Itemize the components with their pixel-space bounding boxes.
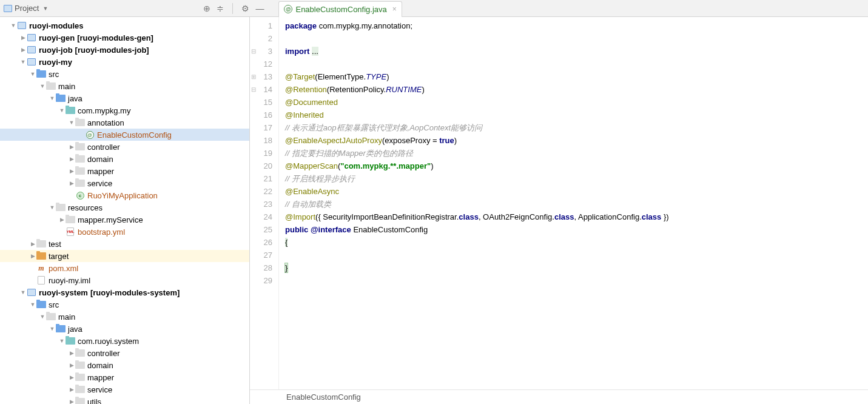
tree-row[interactable]: ▼src [0,68,249,80]
tree-row[interactable]: ▶ruoyi-job[ruoyi-modules-job] [0,44,249,56]
tree-row[interactable]: ▼ruoyi-my [0,56,249,68]
tree-label: domain [87,155,113,164]
tree-row[interactable]: ·ruoyi-my.iml [0,274,249,286]
project-icon [4,5,12,12]
tree-row[interactable]: ▼resources [0,201,249,214]
tree-label: service [87,385,112,394]
separator [232,3,233,14]
breadcrumb-item[interactable]: EnableCustomConfig [286,392,361,402]
tree-row[interactable]: ▼ruoyi-modules [0,19,249,32]
minimize-icon[interactable]: — [255,4,264,13]
tree-label: annotation [87,118,124,127]
chevron-down-icon: ▼ [42,5,48,12]
tree-label: EnableCustomConfig [97,130,172,140]
tab-label: EnableCustomConfig.java [295,5,386,14]
tree-row[interactable]: ▶controller [0,141,249,153]
tree-row[interactable]: ▼java [0,323,249,335]
tree-label: java [68,325,82,334]
tab-enablecustomconfig[interactable]: @ EnableCustomConfig.java × [278,1,402,17]
tree-row[interactable]: ▼ruoyi-system[ruoyi-modules-system] [0,286,249,298]
tree-row[interactable]: ▶domain [0,359,249,371]
tree-row[interactable]: ▼java [0,92,249,104]
tree-label: mapper.myService [78,215,143,224]
target-icon[interactable]: ⊕ [203,4,210,13]
tree-row[interactable]: ▶test [0,238,249,250]
code-area[interactable]: package com.mypkg.my.annotation; import … [279,17,868,389]
tree-row[interactable]: ▼src [0,298,249,311]
tree-label: com.ruoyi.system [78,337,139,346]
tree-suffix: [ruoyi-modules-gen] [77,33,153,42]
tree-row[interactable]: ▶domain [0,153,249,165]
tree-label: ruoyi-my.iml [49,276,90,285]
tree-row[interactable]: ▼com.ruoyi.system [0,335,249,347]
tree-label: mapper [87,167,114,176]
tree-row[interactable]: ▶mapper [0,371,249,383]
tree-suffix: [ruoyi-modules-job] [75,45,149,55]
project-label: Project [15,4,39,13]
gutter: 123121314151617181920212223242526272829 [250,17,279,389]
breadcrumb[interactable]: EnableCustomConfig [250,389,868,404]
tree-label: src [49,300,59,309]
tree-label: ruoyi-modules [29,21,84,30]
tree-label: service [87,179,112,188]
tree-row[interactable]: ·@EnableCustomConfig [0,129,249,141]
close-icon[interactable]: × [392,5,397,13]
tree-label: controller [87,143,119,152]
tree-label: utils [87,397,101,405]
tree-label: main [58,312,75,322]
settings-icon[interactable]: ≑ [217,4,224,13]
tree-row[interactable]: ▶service [0,177,249,189]
editor-tabs: @ EnableCustomConfig.java × [276,0,402,17]
project-selector[interactable]: Project ▼ [0,4,48,13]
editor-area[interactable]: 123121314151617181920212223242526272829 … [250,17,868,389]
tree-row[interactable]: ▶service [0,383,249,396]
tree-row[interactable]: ▶target [0,250,249,262]
tree-label: bootstrap.yml [78,227,125,237]
tree-label: pom.xml [49,264,78,273]
tree-label: test [49,240,61,249]
tree-row[interactable]: ▼main [0,80,249,92]
tree-row[interactable]: ·mpom.xml [0,262,249,274]
tree-label: ruoyi-my [39,58,72,67]
tree-row[interactable]: ▼annotation [0,116,249,129]
tree-row[interactable]: ▶utils [0,396,249,404]
tree-label: resources [68,203,103,212]
tree-label: main [58,82,75,91]
main-split: ▼ruoyi-modules▶ruoyi-gen[ruoyi-modules-g… [0,17,868,404]
tree-label: java [68,94,82,103]
toolbar: Project ▼ ⊕ ≑ ⚙ — @ EnableCustomConfig.j… [0,0,868,17]
tree-row[interactable]: ▶mapper [0,165,249,177]
tree-label: ruoyi-gen [39,33,75,42]
tree-label: mapper [87,373,114,382]
tree-row[interactable]: ·cRuoYiMyApplication [0,189,249,201]
tree-label: domain [87,361,113,370]
tree-label: ruoyi-system [39,288,88,297]
annotation-icon: @ [284,5,292,13]
project-tree[interactable]: ▼ruoyi-modules▶ruoyi-gen[ruoyi-modules-g… [0,17,250,404]
tree-row[interactable]: ▶controller [0,347,249,359]
tree-row[interactable]: ▼com.mypkg.my [0,104,249,116]
tree-label: RuoYiMyApplication [87,191,158,200]
tree-label: target [49,252,69,261]
tree-row[interactable]: ▼main [0,311,249,323]
tree-row[interactable]: ▶mapper.myService [0,214,249,226]
tree-suffix: [ruoyi-modules-system] [90,288,180,297]
toolbar-actions: ⊕ ≑ ⚙ — [203,3,270,14]
tree-label: src [49,70,59,79]
editor: 123121314151617181920212223242526272829 … [250,17,868,404]
tree-label: com.mypkg.my [78,106,130,115]
tree-row[interactable]: ·YMLbootstrap.yml [0,226,249,238]
tree-label: controller [87,349,119,358]
tree-row[interactable]: ▶ruoyi-gen[ruoyi-modules-gen] [0,32,249,44]
tree-label: ruoyi-job [39,45,73,55]
gear-icon[interactable]: ⚙ [241,4,249,13]
